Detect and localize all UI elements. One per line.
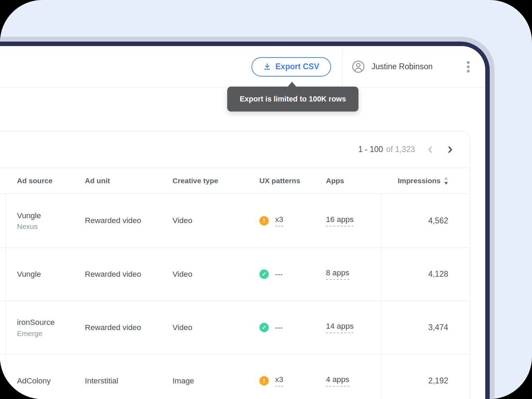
screenshot-canvas: Export CSV Justine Robinson — [0, 0, 532, 399]
ux-status-icon — [259, 376, 269, 385]
pagination-range: 1 - 100 — [358, 145, 383, 154]
ad-source-subname: Nexus — [17, 222, 74, 231]
window-frame-border: Export CSV Justine Robinson — [0, 42, 490, 399]
ad-source-name: AdColony — [17, 376, 74, 386]
impressions-value: 2,192 — [428, 376, 448, 385]
creative-type-cell: Video — [161, 216, 248, 225]
export-csv-label: Export CSV — [275, 62, 319, 71]
table-row: Vungle Nexus Rewarded video Video x3 16 … — [0, 194, 470, 247]
apps-link[interactable]: 16 apps — [326, 215, 354, 227]
creative-type-cell: Video — [161, 323, 248, 332]
apps-link[interactable]: 14 apps — [326, 322, 354, 333]
ux-patterns-cell: x3 — [248, 375, 315, 387]
impressions-value: 3,474 — [428, 323, 448, 332]
impressions-header-label: Impressions — [398, 177, 441, 185]
apps-link[interactable]: 8 apps — [326, 268, 349, 280]
row-stub-cell — [0, 194, 6, 247]
column-header-ad-unit: Ad unit — [74, 177, 161, 185]
table-card: 1 - 100 of 1,323 — [0, 131, 471, 399]
ux-status-icon — [259, 216, 269, 225]
ad-source-cell: Vungle — [6, 269, 74, 279]
apps-cell: 14 apps — [315, 322, 381, 333]
next-page-button[interactable] — [445, 145, 455, 154]
ad-source-name: ironSource — [17, 317, 74, 327]
download-icon — [263, 63, 271, 71]
column-header-ad-source: Ad source — [6, 177, 74, 185]
export-csv-button[interactable]: Export CSV — [251, 57, 331, 77]
impressions-cell: 4,128 — [381, 248, 470, 301]
chevron-right-icon — [446, 145, 454, 154]
apps-cell: 8 apps — [315, 268, 381, 280]
ux-patterns-cell: x3 — [248, 215, 315, 227]
impressions-cell: 3,474 — [381, 301, 470, 354]
creative-type-cell: Video — [161, 270, 248, 279]
ux-patterns-cell: --- — [248, 269, 315, 279]
ad-source-cell: Vungle Nexus — [6, 211, 74, 231]
ux-patterns-link[interactable]: x3 — [275, 375, 283, 387]
ux-patterns-link[interactable]: x3 — [275, 215, 283, 227]
table-row: Vungle Rewarded video Video --- 8 apps — [0, 247, 470, 301]
export-tooltip-text: Export is limited to 100K rows — [240, 95, 346, 104]
column-header-ux-patterns: UX patterns — [248, 177, 315, 185]
column-header-impressions[interactable]: Impressions — [381, 176, 470, 186]
apps-cell: 16 apps — [315, 215, 381, 227]
ad-unit-cell: Rewarded video — [74, 270, 161, 279]
pagination-total: of 1,323 — [386, 145, 415, 154]
column-header-apps: Apps — [315, 177, 381, 185]
ux-patterns-value: --- — [275, 323, 283, 332]
ad-unit-cell: Interstitial — [74, 376, 161, 385]
ad-source-cell: AdColony — [6, 376, 74, 386]
window-frame-halo: Export CSV Justine Robinson — [0, 37, 495, 399]
impressions-value: 4,562 — [428, 216, 448, 225]
ad-source-name: Vungle — [17, 211, 74, 221]
kebab-menu-icon — [467, 61, 470, 73]
app-window: Export CSV Justine Robinson — [0, 46, 485, 399]
kebab-menu-button[interactable] — [465, 60, 471, 74]
row-stub-cell — [0, 248, 6, 301]
row-stub-cell — [0, 354, 6, 399]
table-row: ironSource Emerge Rewarded video Video -… — [0, 301, 470, 354]
chevron-left-icon — [426, 145, 434, 154]
user-name: Justine Robinson — [372, 62, 433, 71]
pagination: 1 - 100 of 1,323 — [0, 131, 470, 168]
table-row: AdColony Interstitial Image x3 4 apps — [0, 354, 470, 399]
ad-unit-cell: Rewarded video — [74, 216, 161, 225]
ux-patterns-cell: --- — [248, 323, 315, 332]
apps-link[interactable]: 4 apps — [326, 375, 349, 387]
impressions-value: 4,128 — [428, 269, 448, 279]
creative-type-cell: Image — [161, 376, 248, 385]
ad-source-name: Vungle — [17, 269, 74, 279]
column-header-creative-type: Creative type — [161, 177, 248, 185]
impressions-cell: 4,562 — [381, 194, 470, 247]
ad-unit-cell: Rewarded video — [74, 323, 161, 332]
sort-arrows-icon — [443, 176, 449, 186]
row-stub-cell — [0, 301, 6, 354]
apps-cell: 4 apps — [315, 375, 381, 387]
ad-source-cell: ironSource Emerge — [6, 317, 74, 337]
ux-patterns-value: --- — [275, 270, 283, 279]
table-header-row: Ad source Ad unit Creative type UX patte… — [0, 168, 470, 194]
user-menu[interactable]: Justine Robinson — [343, 60, 485, 74]
ad-source-subname: Emerge — [17, 329, 74, 338]
previous-page-button[interactable] — [425, 145, 435, 154]
export-tooltip: Export is limited to 100K rows — [227, 87, 358, 112]
ux-status-icon — [259, 323, 269, 332]
avatar-icon — [352, 60, 365, 73]
impressions-cell: 2,192 — [381, 354, 470, 399]
ux-status-icon — [259, 269, 269, 279]
topbar: Export CSV Justine Robinson — [0, 46, 485, 88]
